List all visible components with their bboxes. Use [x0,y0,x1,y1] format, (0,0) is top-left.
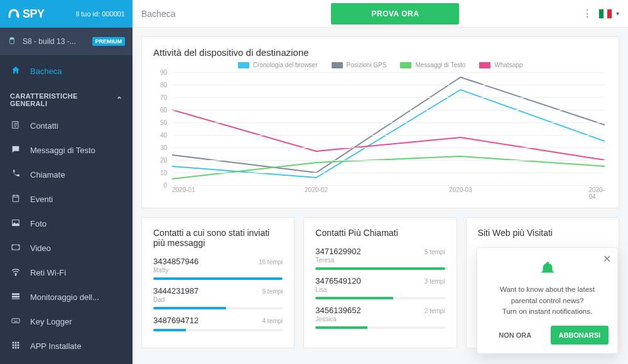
events-icon [10,193,21,205]
sidebar-item-apps[interactable]: APP Installate [0,334,133,358]
popup-dismiss-button[interactable]: NON ORA [486,326,544,345]
x-tick: 2020-02 [305,186,328,193]
sidebar-item-label: Bacheca [30,67,62,76]
sidebar-item-label: Monitoraggio dell... [30,292,99,302]
y-tick: 40 [160,132,167,139]
language-selector[interactable]: ▾ [598,9,619,19]
home-icon [10,65,21,77]
messages-icon [10,144,21,156]
sidebar-item-photos[interactable]: Foto [0,211,133,236]
sidebar: SPY Il tuo id: 000001 S8 - build 13 -...… [0,0,133,364]
sidebar-item-monitor[interactable]: Monitoraggio dell... [0,285,133,309]
contact-number: 3434857946 [153,257,198,266]
sidebar-nav: BachecaCARATTERISTICHE GENERALI⌃Contatti… [0,55,133,364]
keylog-icon [10,316,21,328]
svg-point-0 [16,14,19,17]
legend-item[interactable]: Whatsapp [479,62,522,68]
contacts-icon [10,120,21,132]
legend-item[interactable]: Posizioni GPS [332,62,387,68]
svg-rect-10 [15,345,17,346]
svg-rect-13 [15,347,17,349]
contact-row: 34876947124 tempi [153,316,283,331]
sidebar-item-label: Reti Wi-Fi [30,268,66,277]
chevron-up-icon: ⌃ [116,95,122,104]
brand-logo[interactable]: SPY [8,8,45,21]
contact-row: 343485794616 tempiMatty [153,257,283,280]
contact-number: 3456139652 [315,306,360,315]
contact-count: 3 tempi [425,278,445,285]
sidebar-section-general[interactable]: CARATTERISTICHE GENERALI⌃ [0,83,133,114]
sidebar-item-keylog[interactable]: Key Logger [0,309,133,334]
video-icon [10,242,21,254]
flag-italy-icon [598,9,612,19]
device-selector[interactable]: S8 - build 13 -... PREMIUM [0,28,133,55]
popup-subscribe-button[interactable]: ABBONARSI [551,326,609,345]
notification-popup: ✕ Want to know about the latest parental… [477,247,618,354]
chart-series-line [172,77,605,173]
contact-name: Teresa [315,257,445,264]
more-icon[interactable]: ⋮ [582,8,592,19]
y-tick: 0 [163,182,167,189]
legend-swatch [332,62,343,68]
contact-bar [153,277,283,280]
sidebar-item-messages[interactable]: Messaggi di Testo [0,138,133,163]
sidebar-item-video[interactable]: Video [0,236,133,260]
page-title: Bacheca [141,9,175,19]
call-contacts-card: Contatti Più Chiamati 34716299025 tempiT… [303,217,457,348]
legend-item[interactable]: Messaggi di Testo [400,62,465,68]
chevron-down-icon: ▾ [616,10,619,17]
y-tick: 70 [160,94,167,100]
contact-number: 3476549120 [315,276,360,286]
sidebar-item-contacts[interactable]: Contatti [0,114,133,138]
y-tick: 90 [160,69,167,76]
contact-count: 16 tempi [259,259,283,265]
call-contacts-title: Contatti Più Chiamati [315,228,445,238]
y-tick: 60 [160,107,167,114]
svg-rect-6 [13,342,14,344]
sidebar-item-wifi[interactable]: Reti Wi-Fi [0,260,133,285]
device-label: S8 - build 13 -... [23,37,90,46]
legend-swatch [479,62,490,68]
contact-count: 2 tempi [425,308,445,314]
topbar-right: ⋮ ▾ [582,8,619,19]
y-tick: 20 [160,157,167,164]
contact-row: 34442319879 tempiDad [153,286,283,309]
popup-text: Want to know about the latest parental c… [486,284,609,317]
sites-title: Siti Web più Visitati [478,228,607,238]
svg-rect-12 [13,347,14,349]
svg-rect-9 [13,345,14,346]
svg-rect-4 [12,298,19,299]
svg-rect-8 [18,342,19,344]
legend-item[interactable]: Cronologia del browser [238,62,318,68]
sidebar-item-label: APP Installate [30,341,81,351]
y-tick: 30 [160,144,167,151]
contact-bar [315,267,445,270]
svg-rect-3 [12,296,19,297]
android-icon [8,36,16,47]
sidebar-item-label: Chiamate [30,170,65,179]
photos-icon [10,218,21,230]
legend-swatch [238,62,249,68]
sidebar-item-events[interactable]: Eventi [0,187,133,211]
sidebar-item-label: Foto [30,219,46,228]
sidebar-item-label: Key Logger [30,317,72,326]
cta-button[interactable]: PROVA ORA [331,3,459,24]
sidebar-item-bacheca[interactable]: Bacheca [0,59,133,83]
chart-legend: Cronologia del browserPosizioni GPSMessa… [153,62,607,68]
y-tick: 10 [160,169,167,176]
bell-icon [538,259,557,278]
sidebar-item-label: Eventi [30,195,53,204]
close-icon[interactable]: ✕ [603,253,611,265]
sidebar-item-calls[interactable]: Chiamate [0,163,133,187]
legend-swatch [400,62,411,68]
sidebar-item-label: Messaggi di Testo [30,146,95,155]
legend-label: Messaggi di Testo [415,62,465,68]
svg-rect-14 [18,347,19,349]
contact-name: Lisa [315,286,445,293]
svg-point-1 [15,275,16,276]
contact-name: Dad [153,296,283,303]
legend-label: Posizioni GPS [347,62,387,68]
y-tick: 50 [160,119,167,126]
section-label: CARATTERISTICHE GENERALI [10,92,116,107]
x-tick: 2020-03 [449,186,472,193]
